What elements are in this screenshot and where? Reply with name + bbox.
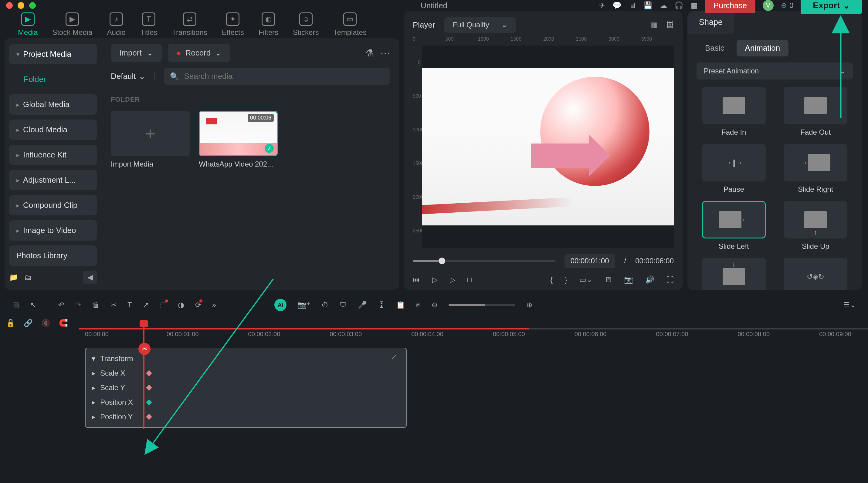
grid-view-icon[interactable]: ▦ <box>650 21 657 29</box>
sidebar-item-cloud-media[interactable]: ▸Cloud Media <box>9 120 97 140</box>
filter-icon[interactable]: ⚗ <box>365 47 374 59</box>
purchase-button[interactable]: Purchase <box>705 0 755 13</box>
more-tools-icon[interactable]: » <box>212 301 216 309</box>
chat-icon[interactable]: 💬 <box>613 1 622 10</box>
tab-stock-media[interactable]: ▶Stock Media <box>52 12 92 37</box>
new-folder-icon[interactable]: 📁 <box>9 273 18 282</box>
snapshot-icon[interactable]: 📷 <box>624 276 633 284</box>
export-button[interactable]: Export⌄ <box>801 0 862 14</box>
speed-icon[interactable]: ⟳ <box>195 301 201 309</box>
quality-dropdown[interactable]: Full Quality⌄ <box>444 17 516 33</box>
animation-slide-up[interactable]: ↑Slide Up <box>778 201 853 251</box>
tab-templates[interactable]: ▭Templates <box>333 12 366 37</box>
timer-icon[interactable]: ⏱ <box>321 301 329 309</box>
ratio-icon[interactable]: ▭⌄ <box>579 276 592 284</box>
redo-icon[interactable]: ↷ <box>75 301 81 309</box>
sidebar-item-project-media[interactable]: ▾Project Media <box>9 44 97 64</box>
record-button[interactable]: ●Record⌄ <box>168 44 230 62</box>
animation-slide-down[interactable]: ↓Slide Down <box>696 258 771 290</box>
play-icon[interactable]: ▷ <box>432 276 438 284</box>
screen-icon[interactable]: 🖥 <box>604 276 612 284</box>
sidebar-item-image-to-video[interactable]: ▸Image to Video <box>9 220 97 240</box>
monitor-icon[interactable]: 🖥 <box>629 1 636 10</box>
save-icon[interactable]: 💾 <box>643 1 653 10</box>
mic-icon[interactable]: 🎤 <box>358 301 367 309</box>
color-icon[interactable]: ◑ <box>178 301 184 309</box>
tab-media[interactable]: ▶Media <box>18 12 38 37</box>
arrow-shape[interactable] <box>531 143 592 168</box>
next-frame-icon[interactable]: ▷ <box>450 276 455 284</box>
tab-titles[interactable]: TTitles <box>140 12 157 37</box>
tab-effects[interactable]: ✦Effects <box>222 12 244 37</box>
sidebar-item-compound-clip[interactable]: ▸Compound Clip <box>9 195 97 216</box>
import-media-card[interactable]: + Import Media <box>111 111 190 168</box>
animation-fade-in[interactable]: Fade In <box>696 87 771 136</box>
sidebar-item-photos-library[interactable]: Photos Library <box>9 246 97 266</box>
headphones-icon[interactable]: 🎧 <box>674 1 683 10</box>
sidebar-item-influence-kit[interactable]: ▸Influence Kit <box>9 145 97 165</box>
fullscreen-icon[interactable]: ⛶ <box>666 276 674 284</box>
cut-icon[interactable]: ✂ <box>111 301 117 309</box>
sidebar-item-global-media[interactable]: ▸Global Media <box>9 94 97 115</box>
link-icon[interactable]: ↗ <box>143 301 149 309</box>
undo-icon[interactable]: ↶ <box>58 301 64 309</box>
prev-frame-icon[interactable]: ⏮ <box>413 276 420 284</box>
expand-track-icon[interactable]: ⤢ <box>391 353 397 361</box>
collapse-sidebar-icon[interactable]: ◀ <box>83 270 97 284</box>
volume-icon[interactable]: 🔊 <box>645 276 654 284</box>
minimize-window[interactable] <box>18 2 24 9</box>
more-icon[interactable]: ⋯ <box>380 47 390 59</box>
close-window[interactable] <box>6 2 13 9</box>
transform-track[interactable]: ⤢ ▾Transform ▸Scale X ▸Scale Y ▸Position… <box>85 348 407 428</box>
send-icon[interactable]: ✈ <box>599 1 605 10</box>
shield-icon[interactable]: 🛡 <box>340 301 347 309</box>
timeline-view-icon[interactable]: ☰⌄ <box>843 301 856 309</box>
animation-slide-left[interactable]: ←Slide Left <box>696 201 771 251</box>
crop-icon[interactable]: ⬚ <box>160 301 167 309</box>
image-view-icon[interactable]: 🖼 <box>666 21 674 29</box>
animation-vortex-in[interactable]: ↺◈↻Vortex In <box>778 258 853 290</box>
search-box[interactable]: 🔍 <box>164 68 390 85</box>
sidebar-item-folder[interactable]: Folder <box>9 69 97 90</box>
cloud-icon[interactable]: ☁ <box>660 1 667 10</box>
tl-magnet-icon[interactable]: 🧲 <box>59 319 68 327</box>
credits[interactable]: ⊕0 <box>781 1 793 10</box>
ai-badge-icon[interactable]: AI <box>274 299 286 311</box>
tab-filters[interactable]: ◐Filters <box>258 12 278 37</box>
delete-icon[interactable]: 🗑 <box>92 301 99 309</box>
player-canvas[interactable] <box>422 45 674 248</box>
media-clip-card[interactable]: 00:00:06 ✓ WhatsApp Video 202... <box>199 111 278 168</box>
playhead[interactable] <box>143 320 145 429</box>
zoom-out-icon[interactable]: ⊖ <box>432 301 438 309</box>
import-button[interactable]: Import⌄ <box>111 44 162 62</box>
sidebar-item-adjustment-layer[interactable]: ▸Adjustment L... <box>9 170 97 190</box>
inspector-tab-animation[interactable]: Animation <box>737 40 789 57</box>
compress-icon[interactable]: ⧈ <box>416 301 421 309</box>
animation-pause[interactable]: →‖→Pause <box>696 144 771 194</box>
tab-audio[interactable]: ♪Audio <box>107 12 125 37</box>
grid-icon[interactable]: ▦ <box>12 301 19 309</box>
shape-tab[interactable]: Shape <box>687 11 734 34</box>
keyframe[interactable] <box>146 385 152 391</box>
avatar[interactable]: V <box>763 0 774 11</box>
preset-animation-dropdown[interactable]: Preset Animation⌄ <box>696 63 853 79</box>
clipboard-icon[interactable]: 📋 <box>396 301 405 309</box>
inspector-tab-basic[interactable]: Basic <box>696 40 733 57</box>
stop-icon[interactable]: □ <box>467 276 472 284</box>
equalizer-icon[interactable]: 🎛 <box>378 301 385 309</box>
sort-dropdown[interactable]: Default⌄ <box>111 72 145 81</box>
mark-in-icon[interactable]: { <box>550 276 553 284</box>
new-bin-icon[interactable]: 🗂 <box>24 273 32 282</box>
tl-mute-icon[interactable]: 🔇 <box>41 319 51 327</box>
zoom-slider[interactable] <box>448 304 515 306</box>
progress-slider[interactable] <box>413 260 555 262</box>
timeline-ruler[interactable]: 00:00:00 00:00:01:00 00:00:02:00 00:00:0… <box>85 331 862 344</box>
camera-plus-icon[interactable]: 📷⁺ <box>298 301 310 309</box>
zoom-in-icon[interactable]: ⊕ <box>526 301 532 309</box>
mark-out-icon[interactable]: } <box>565 276 567 284</box>
search-input[interactable] <box>184 72 384 81</box>
tl-link-icon[interactable]: 🔗 <box>24 319 33 327</box>
keyframe-active[interactable] <box>146 399 152 405</box>
tl-lock-icon[interactable]: 🔓 <box>6 319 15 327</box>
tab-transitions[interactable]: ⇄Transitions <box>172 12 207 37</box>
